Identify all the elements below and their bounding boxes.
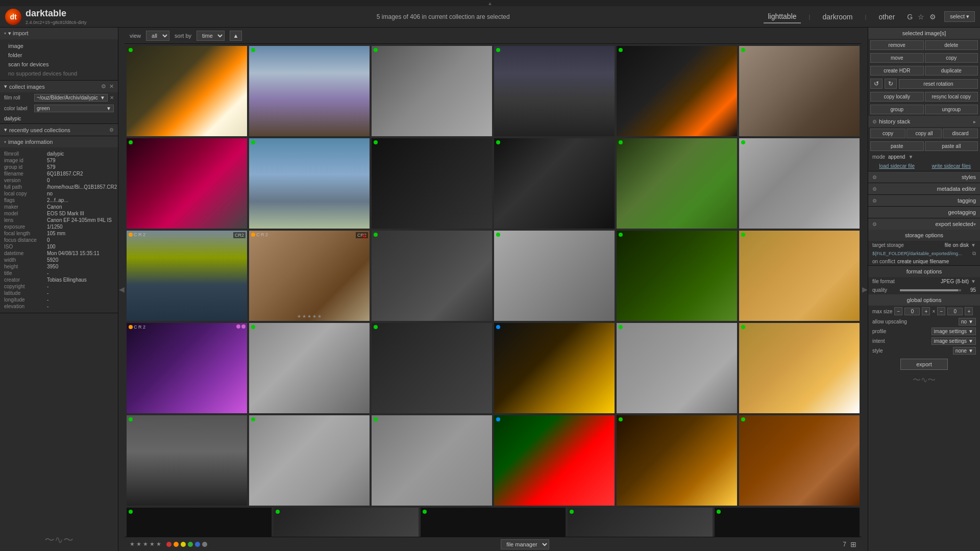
left-collapse-handle[interactable]: ◀ [118,28,125,551]
grid-cell[interactable] [494,323,615,413]
recently-settings-icon[interactable]: ⚙ [109,127,114,133]
geotagging-section[interactable]: geotagging [868,206,980,218]
grid-cell[interactable]: CR2 C R 2 ✕ ★ ★ ★ ★ ★ [249,231,370,321]
delete-button[interactable]: delete [925,40,978,50]
file-format-arrow[interactable]: ▼ [971,279,976,284]
grid-cell[interactable] [494,231,615,321]
grid-cell[interactable] [249,323,370,413]
import-folder[interactable]: folder [0,51,118,60]
grid-cell[interactable]: CR2 C R 2 [127,231,247,321]
metadata-gear[interactable]: ⚙ [872,186,877,192]
rotate-cw-button[interactable]: ↻ [885,79,897,89]
top-collapse-handle[interactable]: ▲ [0,0,980,6]
move-button[interactable]: move [870,53,924,63]
filepath-copy-icon[interactable]: ⧉ [972,251,976,257]
grid-cell[interactable] [249,138,370,229]
import-image[interactable]: image [0,41,118,51]
sort-select[interactable]: time [197,31,225,41]
color-dot-blue[interactable] [195,542,200,547]
tagging-section[interactable]: ⚙ tagging [868,194,980,206]
reset-rotation-button[interactable]: reset rotation [899,79,978,89]
metadata-editor-section[interactable]: ⚙ metadata editor [868,183,980,194]
nav-darkroom[interactable]: darkroom [818,11,856,23]
grid-cell[interactable] [372,46,492,136]
sort-direction-button[interactable]: ▲ [230,31,242,41]
remove-button[interactable]: remove [870,40,924,50]
grid-cell[interactable] [739,46,860,136]
grid-cell[interactable] [372,415,492,506]
copy-button[interactable]: copy [925,53,978,63]
tagging-gear[interactable]: ⚙ [872,198,877,204]
grid-view-icon[interactable]: ⊞ [850,540,856,548]
grid-cell[interactable] [494,415,615,506]
grid-cell[interactable] [127,138,247,229]
history-settings-icon[interactable]: ⚙ [872,119,877,124]
view-mode-select[interactable]: file manager [501,539,549,549]
grid-cell[interactable] [249,46,370,136]
color-label-dropdown[interactable]: green ▼ [34,105,114,112]
import-scan-devices[interactable]: scan for devices [0,60,118,69]
color-dot-gray[interactable] [202,542,207,547]
copy-locally-button[interactable]: copy locally [870,92,924,102]
grid-cell[interactable] [127,46,247,136]
history-paste-all-button[interactable]: paste all [925,141,978,151]
max-size-w-minus[interactable]: − [894,307,902,315]
grid-cell[interactable] [715,508,860,537]
profile-value[interactable]: image settings ▼ [932,328,976,335]
group-button[interactable]: group [870,105,924,114]
write-sidecar-link[interactable]: write sidecar files [925,162,978,170]
star-4[interactable]: ★ [150,541,155,547]
color-dot-green[interactable] [188,542,193,547]
color-dot-yellow[interactable] [181,542,186,547]
grid-cell[interactable] [372,138,492,229]
allow-upscaling-value[interactable]: no ▼ [959,318,976,325]
global-options-header[interactable]: global options [868,294,980,306]
star-1[interactable]: ★ [130,541,135,547]
resync-local-copy-button[interactable]: resync local copy [925,92,978,102]
color-dot-orange[interactable] [174,542,179,547]
geotag-icon[interactable]: G [907,13,913,21]
load-sidecar-link[interactable]: load sidecar file [870,162,924,170]
ungroup-button[interactable]: ungroup [925,105,978,114]
star-icon[interactable]: ☆ [918,13,924,21]
star-3[interactable]: ★ [143,541,148,547]
grid-cell[interactable] [249,415,370,506]
grid-cell[interactable] [372,323,492,413]
import-header[interactable]: ▾ ▾ import [0,28,118,39]
format-options-header[interactable]: format options [868,266,980,277]
nav-other[interactable]: other [874,11,899,23]
selected-images-header[interactable]: selected image[s] [868,28,980,39]
collect-header[interactable]: ▾ collect images ⚙ ✕ [0,81,118,92]
export-button[interactable]: export [900,359,948,370]
nav-lighttable[interactable]: lighttable [764,10,800,23]
history-stack-header[interactable]: ⚙ history stack ▸ [868,116,980,127]
grid-cell[interactable] [372,231,492,321]
collect-settings-icon[interactable]: ⚙ [101,83,106,90]
grid-cell[interactable] [739,323,860,413]
style-value[interactable]: none ▼ [953,347,976,355]
rating-stars[interactable]: ★ ★ ★ ★ ★ [130,541,161,547]
select-button[interactable]: select ▾ [944,11,975,22]
film-roll-dropdown[interactable]: ~/ouz/Bilder/Archiv/dailypic ▼ [34,94,108,102]
history-discard-button[interactable]: discard [943,129,978,138]
right-collapse-handle[interactable]: ▶ [862,28,868,551]
grid-cell[interactable] [617,415,737,506]
duplicate-button[interactable]: duplicate [925,66,978,76]
history-copy-all-button[interactable]: copy all [906,129,942,138]
intent-value[interactable]: image settings ▼ [932,337,976,345]
styles-gear[interactable]: ⚙ [872,174,877,180]
grid-cell[interactable] [494,138,615,229]
star-5[interactable]: ★ [156,541,161,547]
grid-cell[interactable] [617,231,737,321]
grid-cell[interactable] [568,508,713,537]
mode-arrow[interactable]: ▼ [908,154,913,160]
max-size-h-input[interactable] [947,308,963,315]
grid-cell[interactable] [421,508,566,537]
grid-cell[interactable] [274,508,419,537]
grid-cell[interactable] [617,138,737,229]
view-select[interactable]: all [146,31,169,41]
max-size-w-input[interactable] [904,308,920,315]
max-size-h-plus[interactable]: + [965,307,973,315]
grid-cell[interactable] [617,46,737,136]
grid-cell[interactable] [739,415,860,506]
